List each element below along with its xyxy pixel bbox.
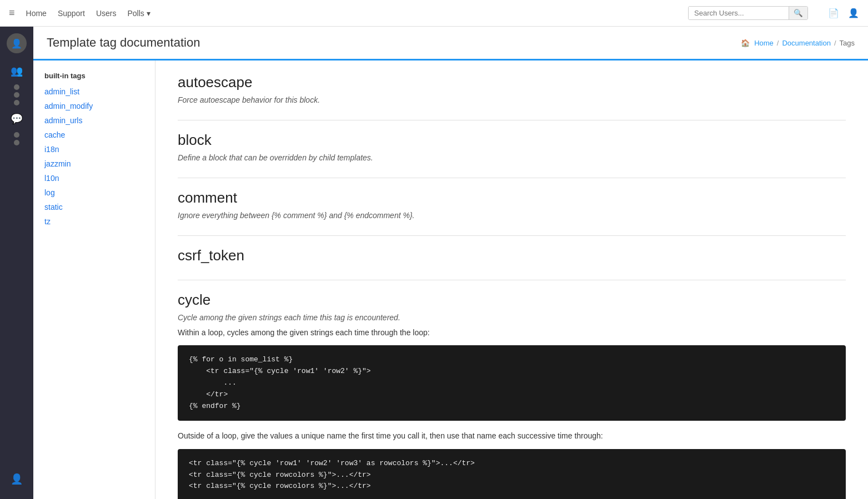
doc-description-block: Define a block that can be overridden by… xyxy=(178,153,846,162)
left-nav-link-admin_list[interactable]: admin_list xyxy=(33,84,155,99)
doc-section-autoescape: autoescapeForce autoescape behavior for … xyxy=(178,74,846,120)
nav-polls-dropdown[interactable]: Polls ▾ xyxy=(127,9,150,18)
code-block-cycle-1: <tr class="{% cycle 'row1' 'row2' 'row3'… xyxy=(178,449,846,499)
doc-extra-text2-cycle: Outside of a loop, give the values a uni… xyxy=(178,430,846,442)
main-wrapper: Template tag documentation 🏠 Home / Docu… xyxy=(33,27,868,499)
doc-icon[interactable]: 📄 xyxy=(828,8,839,18)
navbar-icons: 📄 👤 xyxy=(828,8,859,18)
left-sidebar: 👤 👥 💬 👤 xyxy=(0,27,33,499)
search-input[interactable] xyxy=(689,7,789,19)
page-header: Template tag documentation 🏠 Home / Docu… xyxy=(33,27,868,61)
doc-tag-name-block: block xyxy=(178,132,846,149)
sidebar-item-groups[interactable]: 👥 xyxy=(6,60,28,82)
breadcrumb-tags: Tags xyxy=(840,39,855,47)
doc-tag-name-csrf_token: csrf_token xyxy=(178,247,846,264)
code-block-cycle-0: {% for o in some_list %} <tr class="{% c… xyxy=(178,345,846,421)
doc-section-block: blockDefine a block that can be overridd… xyxy=(178,132,846,178)
sidebar-dot-4[interactable] xyxy=(14,132,19,138)
left-nav-link-admin_modify[interactable]: admin_modify xyxy=(33,99,155,113)
doc-section-csrf_token: csrf_token xyxy=(178,247,846,280)
doc-description-autoescape: Force autoescape behavior for this block… xyxy=(178,95,846,104)
content-area: built-in tags admin_listadmin_modifyadmi… xyxy=(33,61,868,499)
search-button[interactable]: 🔍 xyxy=(789,7,807,19)
doc-extra-text-cycle: Within a loop, cycles among the given st… xyxy=(178,326,846,339)
top-navbar: ≡ Home Support Users Polls ▾ 🔍 📄 👤 xyxy=(0,0,868,27)
doc-section-cycle: cycleCycle among the given strings each … xyxy=(178,291,846,499)
sidebar-avatar[interactable]: 👤 xyxy=(7,33,27,53)
left-nav-link-i18n[interactable]: i18n xyxy=(33,142,155,157)
sidebar-bottom: 👤 xyxy=(6,468,28,490)
sidebar-dot-5[interactable] xyxy=(14,140,19,145)
doc-description-cycle: Cycle among the given strings each time … xyxy=(178,313,846,322)
user-icon[interactable]: 👤 xyxy=(848,8,859,18)
left-nav-link-tz[interactable]: tz xyxy=(33,214,155,229)
sidebar-item-person[interactable]: 👤 xyxy=(6,468,28,490)
doc-tag-name-autoescape: autoescape xyxy=(178,74,846,91)
doc-content: autoescapeForce autoescape behavior for … xyxy=(155,61,868,499)
left-nav-panel: built-in tags admin_listadmin_modifyadmi… xyxy=(33,61,155,499)
left-nav-link-log[interactable]: log xyxy=(33,185,155,200)
nav-home[interactable]: Home xyxy=(26,9,47,18)
home-breadcrumb-icon: 🏠 xyxy=(741,39,750,47)
doc-tag-name-cycle: cycle xyxy=(178,291,846,309)
breadcrumb-sep-1: / xyxy=(777,39,779,47)
left-nav-link-l10n[interactable]: l10n xyxy=(33,171,155,185)
sidebar-item-chat[interactable]: 💬 xyxy=(6,108,28,130)
doc-tag-name-comment: comment xyxy=(178,189,846,206)
doc-section-comment: commentIgnore everything between {% comm… xyxy=(178,189,846,236)
doc-description-comment: Ignore everything between {% comment %} … xyxy=(178,211,846,220)
nav-users[interactable]: Users xyxy=(96,9,117,18)
breadcrumb-home[interactable]: Home xyxy=(754,39,774,47)
left-nav-section-title: built-in tags xyxy=(33,69,155,84)
sidebar-dot-1[interactable] xyxy=(14,84,19,90)
sidebar-dot-3[interactable] xyxy=(14,100,19,105)
hamburger-button[interactable]: ≡ xyxy=(9,7,15,19)
left-nav-link-cache[interactable]: cache xyxy=(33,128,155,142)
nav-support[interactable]: Support xyxy=(58,9,85,18)
search-bar: 🔍 xyxy=(688,6,808,20)
left-nav-link-jazzmin[interactable]: jazzmin xyxy=(33,157,155,171)
page-title: Template tag documentation xyxy=(47,36,200,50)
breadcrumb-documentation[interactable]: Documentation xyxy=(782,39,830,47)
breadcrumb: 🏠 Home / Documentation / Tags xyxy=(741,39,855,47)
sidebar-dot-2[interactable] xyxy=(14,92,19,98)
left-nav-link-static[interactable]: static xyxy=(33,200,155,214)
breadcrumb-sep-2: / xyxy=(834,39,836,47)
left-nav-link-admin_urls[interactable]: admin_urls xyxy=(33,113,155,128)
